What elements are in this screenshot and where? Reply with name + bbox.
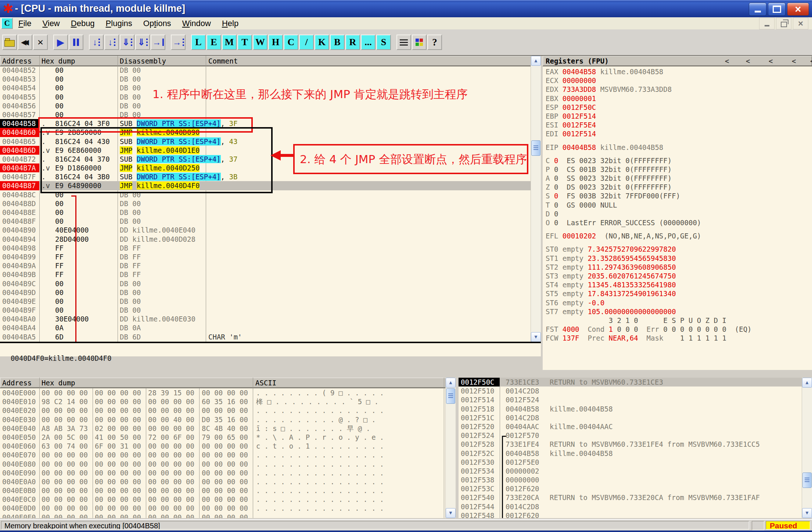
chevron-icon[interactable]: <: [769, 57, 773, 65]
cpu-window-button[interactable]: C: [284, 35, 298, 50]
column-header-disassembly[interactable]: Disassembly: [120, 57, 166, 65]
stack-row[interactable]: 0012F51800404B58killme.00404B58: [459, 405, 802, 413]
maximize-button[interactable]: [768, 3, 786, 16]
menu-debug[interactable]: Debug: [65, 19, 100, 28]
column-header-address[interactable]: Address: [2, 57, 32, 65]
stack-row[interactable]: 0012F53800000000: [459, 475, 802, 484]
register-line[interactable]: EDX 733A3DD8 MSVBVM60.733A3DD8: [546, 85, 812, 94]
disasm-row[interactable]: 00404B99FFDB FF: [0, 252, 531, 261]
register-line[interactable]: ST2 empty 111.29743639608906850: [546, 263, 812, 272]
dump-row[interactable]: 0040E06063 00 74 006F 00 31 0000 00 00 0…: [0, 442, 446, 450]
register-line[interactable]: ST0 empty 7.3425752709622997820: [546, 245, 812, 254]
scrollbar-thumb[interactable]: [802, 472, 812, 488]
step-into-button[interactable]: ↓: [89, 35, 104, 50]
stack-row[interactable]: 0012F5440014C2D8: [459, 502, 802, 511]
disasm-row[interactable]: 00404BA030E04000DD killme.0040E030: [0, 314, 531, 323]
executables-window-button[interactable]: E: [206, 35, 221, 50]
scroll-down-button[interactable]: ▼: [802, 508, 812, 518]
register-line[interactable]: Z 0 DS 0023 32bit 0(FFFFFFFF): [546, 183, 812, 191]
disasm-row[interactable]: 00404BA56DDB 6DCHAR 'm': [0, 332, 531, 341]
stack-row[interactable]: 0012F528733E1FE4RETURN to MSVBVM60.733E1…: [459, 440, 802, 449]
run-trace-window-button[interactable]: ...: [361, 35, 376, 50]
register-line[interactable]: ST1 empty 23.352865954565945830: [546, 254, 812, 263]
register-line[interactable]: FST 4000 Cond 1 0 0 0 Err 0 0 0 0 0 0 0 …: [546, 325, 812, 334]
stack-row[interactable]: 0012F52C00404B58killme.00404B58: [459, 449, 802, 458]
breakpoints-window-button[interactable]: B: [330, 35, 345, 50]
help-button[interactable]: ?: [427, 35, 442, 50]
register-line[interactable]: EFL 00010202 (NO,NB,NE,A,NS,PO,GE,G): [546, 231, 812, 240]
register-line[interactable]: ESP 0012F50C: [546, 103, 812, 112]
menu-view[interactable]: View: [37, 19, 65, 28]
disasm-row[interactable]: 00404BA40ADB 0A: [0, 323, 531, 332]
cpu-child-window-icon[interactable]: C: [1, 18, 13, 29]
dump-row[interactable]: 0040E09000 00 00 0000 00 00 0000 00 00 0…: [0, 468, 446, 477]
stack-row[interactable]: 0012F51C0014C2D8: [459, 413, 802, 422]
go-to-address-button[interactable]: →: [171, 35, 186, 50]
dump-scrollbar[interactable]: ▲ ▼: [445, 378, 456, 518]
scrollbar-thumb[interactable]: [531, 140, 540, 156]
open-file-button[interactable]: [2, 35, 17, 50]
stack-row[interactable]: 0012F5100014C2D8: [459, 387, 802, 395]
chevron-icon[interactable]: <: [810, 57, 812, 65]
register-line[interactable]: ESI 0012F5E4: [546, 121, 812, 129]
mdi-close-button[interactable]: ×: [793, 18, 808, 29]
disasm-row[interactable]: 00404B9AFFDB FF: [0, 261, 531, 270]
dump-row[interactable]: 0040E07000 00 00 0000 00 00 0000 00 00 0…: [0, 450, 446, 459]
stack-row[interactable]: 0012F52000404AACkillme.00404AAC: [459, 422, 802, 431]
stack-row[interactable]: 0012F5300012F5E0: [459, 458, 802, 467]
disasm-row[interactable]: 00404B9BFFDB FF: [0, 270, 531, 279]
stack-row[interactable]: 0012F5140012F524: [459, 395, 802, 404]
disasm-row[interactable]: 00404B5300DB 00: [0, 75, 531, 83]
run-button[interactable]: ▶: [53, 35, 68, 50]
stack-row[interactable]: 0012F53400000002: [459, 467, 802, 475]
disasm-row[interactable]: 00404B9E00DB 00: [0, 297, 531, 306]
call-stack-window-button[interactable]: K: [315, 35, 329, 50]
register-line[interactable]: 3 2 1 0 E S P U O Z D I: [546, 316, 812, 325]
dump-row[interactable]: 0040E0E000 00 00 0000 00 00 0000 00 00 0…: [0, 513, 446, 518]
disassembly-scrollbar[interactable]: ▲ ▼: [531, 56, 541, 342]
handles-window-button[interactable]: H: [268, 35, 283, 50]
menu-plugins[interactable]: Plugins: [100, 19, 138, 28]
dump-row[interactable]: 0040E01098 C2 14 0000 00 00 0000 00 00 0…: [0, 397, 446, 406]
execute-till-return-button[interactable]: →: [151, 35, 165, 50]
scroll-down-button[interactable]: ▼: [446, 508, 456, 518]
column-header-comment[interactable]: Comment: [208, 57, 238, 65]
register-line[interactable]: T 0 GS 0000 NULL: [546, 201, 812, 209]
patches-window-button[interactable]: /: [299, 35, 314, 50]
mdi-restore-button[interactable]: [776, 18, 791, 29]
register-line[interactable]: ST4 empty 11345.481353325641980: [546, 280, 812, 289]
dump-header-address[interactable]: Address: [2, 378, 32, 387]
register-line[interactable]: ST3 empty 2035.6020761245674750: [546, 272, 812, 280]
register-line[interactable]: EDI 0012F514: [546, 129, 812, 138]
register-line[interactable]: ST7 empty 105.00000000000000000: [546, 307, 812, 316]
windows-window-button[interactable]: W: [253, 35, 267, 50]
disasm-row[interactable]: 00404B8F00DB 00: [0, 217, 531, 226]
chevron-icon[interactable]: <: [746, 57, 750, 65]
stack-row[interactable]: 0012F5480012F620: [459, 511, 802, 518]
references-window-button[interactable]: R: [345, 35, 360, 50]
menu-file[interactable]: File: [13, 19, 37, 28]
stack-row[interactable]: 0012F540733E20CARETURN to MSVBVM60.733E2…: [459, 493, 802, 502]
disasm-row[interactable]: 00404B5200DB 00: [0, 66, 531, 75]
register-line[interactable]: O 0 LastErr ERROR_SUCCESS (00000000): [546, 218, 812, 227]
animate-into-button[interactable]: ⇓: [120, 35, 134, 50]
scroll-up-button[interactable]: ▲: [531, 56, 541, 66]
register-line[interactable]: ST5 empty 17.843137254901961340: [546, 289, 812, 298]
stack-row[interactable]: 0012F53C0012F620: [459, 484, 802, 493]
minimize-button[interactable]: [749, 3, 766, 16]
disasm-row[interactable]: 00404B8E00DB 00: [0, 208, 531, 217]
register-line[interactable]: S 0 FS 003B 32bit 7FFDF000(FFF): [546, 191, 812, 200]
disasm-row[interactable]: 00404B9F00DB 00: [0, 306, 531, 314]
scroll-down-button[interactable]: ▼: [531, 332, 541, 342]
disasm-row[interactable]: 00404B98FFDB FF: [0, 244, 531, 252]
disasm-row[interactable]: 00404B8D00DB 00: [0, 199, 531, 208]
dump-header-hexdump[interactable]: Hex dump: [42, 378, 75, 387]
dump-row[interactable]: 0040E00000 00 00 0000 00 00 0028 39 15 0…: [0, 388, 446, 397]
stack-row[interactable]: 0012F50C733E1CE3RETURN to MSVBVM60.733E1…: [459, 378, 802, 387]
dump-row[interactable]: 0040E02000 00 00 0000 00 00 0000 00 00 0…: [0, 406, 446, 415]
column-header-hexdump[interactable]: Hex dump: [42, 57, 75, 65]
menu-options[interactable]: Options: [138, 19, 177, 28]
step-over-button[interactable]: ↓: [104, 35, 119, 50]
registers-header[interactable]: Registers (FPU) <<<<<: [543, 56, 812, 66]
disasm-row[interactable]: 00404B9040E04000DD killme.0040E040: [0, 226, 531, 234]
